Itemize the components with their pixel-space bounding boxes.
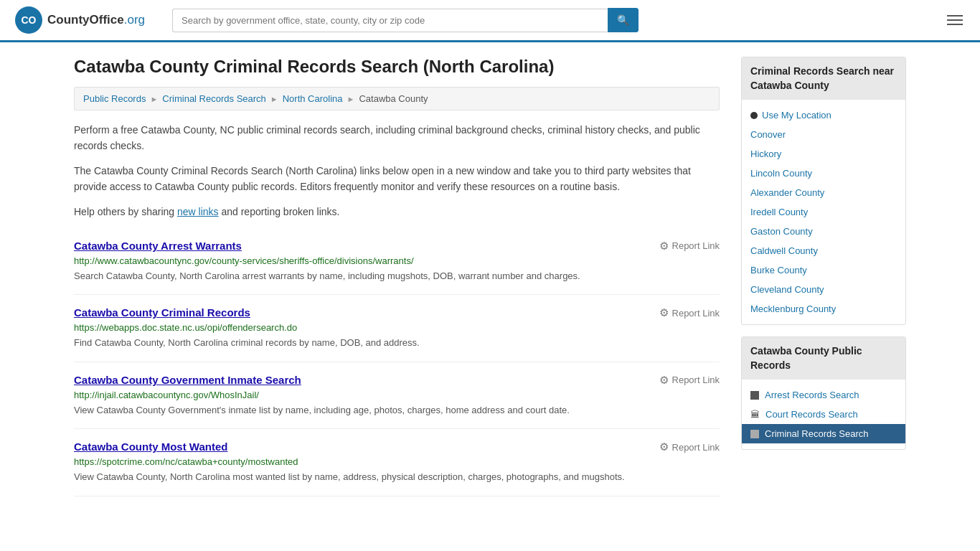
sidebar-nearby-content: Use My Location Conover Hickory Lincoln … — [742, 100, 905, 324]
new-links-link[interactable]: new links — [177, 206, 219, 217]
sidebar-public-records-title: Catawba County Public Records — [742, 337, 905, 380]
sidebar: Criminal Records Search near Catawba Cou… — [741, 57, 906, 496]
record-item: Catawba County Most Wanted ⚙ Report Link… — [74, 429, 720, 496]
report-link-btn-3[interactable]: ⚙ Report Link — [659, 441, 720, 453]
report-icon: ⚙ — [659, 374, 669, 387]
menu-button[interactable] — [944, 12, 966, 28]
breadcrumb-catawba-county: Catawba County — [359, 93, 428, 104]
sidebar-nearby-section: Criminal Records Search near Catawba Cou… — [741, 57, 906, 325]
record-desc-3: View Catawba County, North Carolina most… — [74, 470, 720, 484]
sidebar-arrest-records[interactable]: Arrest Records Search — [742, 385, 905, 405]
record-desc-2: View Catawba County Government's inmate … — [74, 403, 720, 418]
report-icon: ⚙ — [659, 441, 669, 453]
record-item: Catawba County Criminal Records ⚙ Report… — [74, 295, 720, 362]
search-icon: 🔍 — [617, 14, 629, 26]
breadcrumb-public-records[interactable]: Public Records — [83, 93, 146, 104]
location-dot-icon — [750, 112, 758, 119]
logo-area: CO CountyOffice.org — [14, 6, 158, 34]
sidebar-item-mecklenburg-county[interactable]: Mecklenburg County — [742, 299, 905, 319]
records-list: Catawba County Arrest Warrants ⚙ Report … — [74, 228, 720, 496]
sidebar-court-records[interactable]: 🏛 Court Records Search — [742, 405, 905, 424]
sidebar-item-alexander-county[interactable]: Alexander County — [742, 183, 905, 202]
use-location[interactable]: Use My Location — [742, 105, 905, 125]
report-link-btn-1[interactable]: ⚙ Report Link — [659, 306, 720, 319]
breadcrumb-north-carolina[interactable]: North Carolina — [283, 93, 343, 104]
sidebar-item-lincoln-county[interactable]: Lincoln County — [742, 164, 905, 183]
record-title-2[interactable]: Catawba County Government Inmate Search — [74, 374, 301, 386]
record-item: Catawba County Government Inmate Search … — [74, 362, 720, 430]
record-desc-1: Find Catawba County, North Carolina crim… — [74, 336, 720, 350]
sidebar-item-gaston-county[interactable]: Gaston County — [742, 222, 905, 241]
record-url-1[interactable]: https://webapps.doc.state.nc.us/opi/offe… — [74, 322, 720, 333]
sidebar-item-conover[interactable]: Conover — [742, 125, 905, 144]
square-icon — [750, 430, 759, 438]
hamburger-line — [947, 19, 963, 21]
square-icon — [750, 391, 759, 400]
report-icon: ⚙ — [659, 306, 669, 319]
sidebar-item-burke-county[interactable]: Burke County — [742, 260, 905, 280]
record-url-0[interactable]: http://www.catawbacountync.gov/county-se… — [74, 255, 720, 266]
breadcrumb: Public Records ► Criminal Records Search… — [74, 87, 720, 110]
search-input[interactable] — [172, 9, 608, 32]
sidebar-public-records-section: Catawba County Public Records Arrest Rec… — [741, 336, 906, 450]
main-layout: Catawba County Criminal Records Search (… — [60, 42, 920, 511]
search-area: 🔍 — [172, 8, 639, 32]
content-area: Catawba County Criminal Records Search (… — [74, 57, 720, 496]
report-link-btn-0[interactable]: ⚙ Report Link — [659, 240, 720, 253]
record-title-3[interactable]: Catawba County Most Wanted — [74, 441, 227, 453]
header: CO CountyOffice.org 🔍 — [0, 0, 980, 42]
record-title-1[interactable]: Catawba County Criminal Records — [74, 306, 250, 319]
desc-para-2: The Catawba County Criminal Records Sear… — [74, 163, 720, 195]
svg-text:CO: CO — [22, 14, 37, 26]
sidebar-item-cleveland-county[interactable]: Cleveland County — [742, 280, 905, 299]
logo-icon: CO — [14, 6, 43, 34]
breadcrumb-criminal-records[interactable]: Criminal Records Search — [162, 93, 266, 104]
record-url-3[interactable]: https://spotcrime.com/nc/catawba+county/… — [74, 456, 720, 467]
report-link-btn-2[interactable]: ⚙ Report Link — [659, 374, 720, 387]
record-item: Catawba County Arrest Warrants ⚙ Report … — [74, 228, 720, 296]
record-url-2[interactable]: http://injail.catawbacountync.gov/WhosIn… — [74, 390, 720, 400]
record-title-0[interactable]: Catawba County Arrest Warrants — [74, 240, 242, 252]
breadcrumb-sep: ► — [347, 95, 355, 103]
sidebar-criminal-records[interactable]: Criminal Records Search — [742, 424, 905, 443]
sidebar-item-hickory[interactable]: Hickory — [742, 144, 905, 164]
building-icon: 🏛 — [750, 409, 760, 420]
desc-para-1: Perform a free Catawba County, NC public… — [74, 122, 720, 154]
desc-para-3: Help others by sharing new links and rep… — [74, 204, 720, 220]
use-location-link[interactable]: Use My Location — [762, 110, 831, 121]
sidebar-item-iredell-county[interactable]: Iredell County — [742, 202, 905, 222]
hamburger-line — [947, 15, 963, 17]
sidebar-item-caldwell-county[interactable]: Caldwell County — [742, 241, 905, 260]
report-icon: ⚙ — [659, 240, 669, 253]
page-title: Catawba County Criminal Records Search (… — [74, 57, 720, 77]
breadcrumb-sep: ► — [150, 95, 158, 103]
hamburger-line — [947, 24, 963, 25]
sidebar-public-records-content: Arrest Records Search 🏛 Court Records Se… — [742, 380, 905, 449]
record-desc-0: Search Catawba County, North Carolina ar… — [74, 269, 720, 283]
search-button[interactable]: 🔍 — [608, 8, 639, 32]
logo-text: CountyOffice.org — [47, 13, 145, 27]
breadcrumb-sep: ► — [270, 95, 278, 103]
sidebar-nearby-title: Criminal Records Search near Catawba Cou… — [742, 57, 905, 100]
